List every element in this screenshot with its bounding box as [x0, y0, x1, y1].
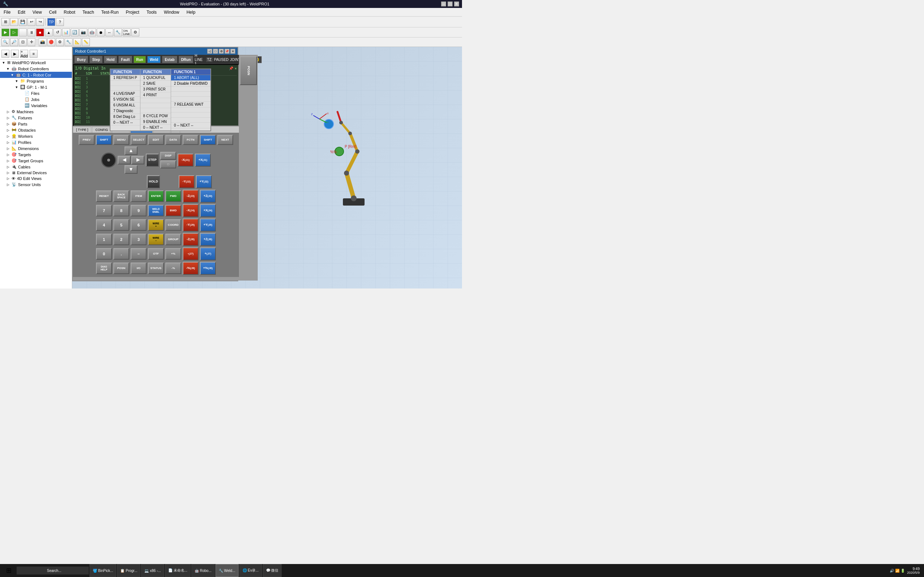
fn-2-next[interactable]: 0 -- NEXT --	[141, 125, 171, 131]
tb-open[interactable]: 📂	[10, 18, 18, 26]
power-dial[interactable]	[101, 153, 116, 168]
btn-fctn[interactable]: FCTN	[183, 135, 199, 145]
tb-mv[interactable]: ↔	[105, 29, 113, 36]
btn-2[interactable]: 2	[113, 234, 129, 245]
btn-x-minus[interactable]: -X(J1)	[178, 154, 194, 167]
btn-5[interactable]: 5	[113, 219, 129, 231]
fn-3-3[interactable]	[171, 87, 210, 92]
tree-dimensions[interactable]: ▷ 📐 Dimensions	[0, 145, 72, 152]
menu-help[interactable]: Help	[183, 8, 199, 16]
tree-machines[interactable]: ▷ ⚙ Machines	[0, 108, 72, 115]
status-drun[interactable]: DRun	[179, 56, 194, 63]
tb-help[interactable]: ?	[56, 18, 64, 26]
menu-project[interactable]: Project	[122, 8, 143, 16]
btn-dot[interactable]: .	[113, 248, 129, 259]
btn-j4-minus[interactable]: -X(J4)	[183, 204, 199, 217]
btn-4[interactable]: 4	[96, 219, 112, 231]
tb-zoom-out[interactable]: 🔍	[2, 38, 10, 46]
status-weld[interactable]: Weld	[147, 56, 161, 63]
fn-1-2[interactable]	[110, 81, 140, 86]
tb-sim[interactable]: 🔄	[71, 29, 79, 36]
btn-select[interactable]: SELECT	[131, 135, 147, 145]
btn-up-arrow[interactable]: ▲	[124, 147, 137, 155]
btn-j4-plus[interactable]: +X(J4)	[200, 204, 216, 217]
tb-robot[interactable]: 🤖	[88, 29, 96, 36]
tb-cam[interactable]: 📷	[79, 29, 87, 36]
fn-2-4[interactable]: 4 PRINT	[141, 92, 171, 98]
btn-j7-plus[interactable]: +(J7)	[200, 247, 216, 260]
fn-3-8[interactable]	[171, 108, 210, 113]
tb-r4[interactable]: 📐	[73, 38, 81, 46]
tree-sensor[interactable]: ▷ 📡 Sensor Units	[0, 181, 72, 187]
btn-j8-plus[interactable]: +%(J8)	[200, 262, 216, 275]
rc-btn-pin[interactable]: 📌	[225, 49, 229, 54]
status-fault[interactable]: Fault	[118, 56, 132, 63]
fn-2-1[interactable]: 1 QUICK/FUL	[141, 75, 171, 81]
btn-0[interactable]: 0	[96, 248, 112, 259]
fn-1-1[interactable]: 1 REFRESH P	[110, 75, 140, 81]
tree-controller-1[interactable]: ▼ 🤖 C: 1 - Robot Cor	[0, 72, 72, 78]
tb-workcell[interactable]: ⊞	[2, 18, 10, 26]
btn-fwd[interactable]: FWD	[165, 190, 181, 202]
btn-x-plus[interactable]: +X(J1)	[195, 154, 211, 167]
fn-1-6[interactable]: 6 UNSIM ALL	[110, 102, 140, 108]
tb-back[interactable]: ◀	[2, 50, 10, 58]
btn-wire-plus[interactable]: WIRE+	[148, 219, 164, 231]
fn-1-3[interactable]	[110, 86, 140, 91]
btn-left-arrow[interactable]: ◀	[118, 156, 131, 164]
tb-r1[interactable]: 🔴	[47, 38, 55, 46]
menu-teach[interactable]: Teach	[79, 8, 98, 16]
btn-wire-minus[interactable]: WIRE−	[148, 234, 164, 245]
status-estab[interactable]: Estab	[162, 56, 177, 63]
menu-tools[interactable]: Tools	[143, 8, 160, 16]
btn-weld-enbl[interactable]: WELDENBL	[148, 205, 164, 216]
tree-programs[interactable]: ▼ 📁 Programs	[0, 78, 72, 84]
tree-targets[interactable]: ▷ 🎯 Targets	[0, 152, 72, 158]
menu-view[interactable]: View	[29, 8, 45, 16]
tb-fwd-nav[interactable]: ▶	[11, 50, 19, 58]
tb-cross[interactable]: ✛	[27, 38, 36, 46]
btn-backspace[interactable]: BACKSPACE	[113, 190, 129, 202]
btn-next[interactable]: NEXT	[217, 135, 233, 145]
tree-variables[interactable]: 🔤 Variables	[0, 102, 72, 108]
rc-btn-2[interactable]: □	[213, 49, 218, 54]
fn-3-5[interactable]	[171, 97, 210, 102]
view3d[interactable]: P [Rml] %% 100 X Y Z Robot Controller1	[72, 47, 462, 288]
btn-shift-r[interactable]: SHIFT	[200, 135, 216, 145]
btn-j5-minus[interactable]: -Y(J5)	[183, 219, 199, 232]
menu-window[interactable]: Window	[160, 8, 183, 16]
btn-z-plus[interactable]: +Z(J3)	[200, 190, 216, 203]
minimize-button[interactable]: ─	[441, 2, 446, 6]
btn-j8-minus[interactable]: -%(J8)	[183, 262, 199, 275]
tb-play3[interactable]	[19, 29, 27, 36]
btn-item[interactable]: ITEM	[131, 190, 147, 202]
menu-robot[interactable]: Robot	[60, 8, 79, 16]
status-step[interactable]: Step	[89, 56, 102, 63]
tree-profiles[interactable]: ▷ 📊 Profiles	[0, 139, 72, 145]
btn-coord[interactable]: COORD	[165, 219, 181, 231]
tb-stop[interactable]: ■	[36, 29, 44, 36]
fn-2-2[interactable]: 2 SAVE	[141, 81, 171, 87]
btn-hold[interactable]: HOLD	[147, 175, 160, 188]
btn-j6-minus[interactable]: -Z(J6)	[183, 233, 199, 246]
btn-z-minus[interactable]: -Z(J3)	[183, 190, 199, 203]
tb-cfg[interactable]: ⚙	[131, 29, 139, 36]
btn-shift-l[interactable]: SHIFT	[96, 135, 112, 145]
fn-2-6[interactable]	[141, 103, 171, 108]
fn-3-2[interactable]: 2 Disable FWD/BWD	[171, 81, 210, 87]
close-button[interactable]: ✕	[454, 2, 459, 6]
btn-j5-plus[interactable]: +Y(J5)	[200, 219, 216, 232]
tree-cables[interactable]: ▷ 🔌 Cables	[0, 164, 72, 170]
tb-undo[interactable]: ↩	[27, 18, 36, 26]
fn-2-3[interactable]: 3 PRINT SCR	[141, 87, 171, 92]
tb-redo[interactable]: ↪	[36, 18, 44, 26]
btn-step[interactable]: STEP	[146, 154, 159, 167]
btn-otf[interactable]: OTF	[148, 248, 164, 259]
tb-play[interactable]: ▶	[2, 29, 10, 36]
rc-btn-close[interactable]: ✕	[230, 49, 235, 54]
btn-data[interactable]: DATA	[165, 135, 181, 145]
btn-j7-minus[interactable]: -(J7)	[183, 247, 199, 260]
pin-ctrl[interactable]: 📌	[229, 66, 233, 70]
fn-1-next[interactable]: 0 -- NEXT --	[110, 120, 140, 126]
btn-enter[interactable]: ENTER	[148, 190, 164, 202]
